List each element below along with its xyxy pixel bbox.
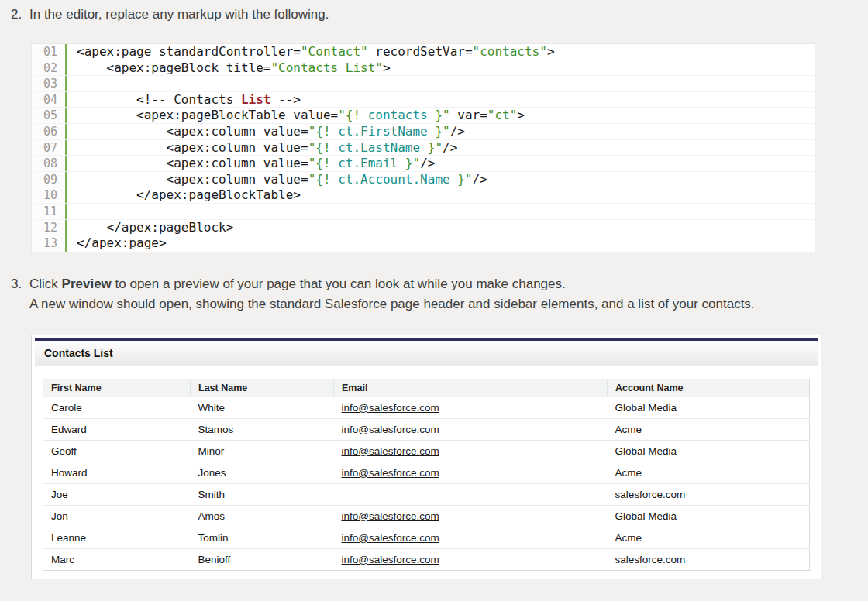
email-link[interactable]: info@salesforce.com [342, 445, 439, 457]
line-number: 11 [32, 204, 67, 219]
account-name-cell: salesforce.com [608, 483, 810, 505]
line-number: 08 [32, 156, 67, 171]
line-number: 04 [32, 92, 67, 108]
contact-row: LeanneTomlininfo@salesforce.comAcme [43, 527, 810, 548]
last-name-cell: Stamos [191, 418, 334, 440]
code-line: 01<apex:page standardController="Contact… [32, 44, 815, 60]
email-link[interactable]: info@salesforce.com [342, 402, 439, 414]
code-line: 02 <apex:pageBlock title="Contacts List"… [32, 60, 815, 77]
contact-row: MarcBenioffinfo@salesforce.comsalesforce… [43, 548, 810, 570]
last-name-cell: Jones [191, 462, 334, 483]
contacts-table-header-row: First Name Last Name Email Account Name [43, 379, 810, 397]
line-number: 09 [32, 172, 67, 187]
first-name-cell: Jon [43, 505, 191, 527]
email-link[interactable]: info@salesforce.com [342, 532, 439, 544]
code-text [67, 76, 84, 91]
step-2: 2. In the editor, replace any markup wit… [0, 6, 868, 23]
contacts-pageblock: Contacts List First Name Last Name Email… [35, 338, 818, 575]
email-cell: info@salesforce.com [334, 397, 608, 418]
line-number: 01 [32, 44, 67, 60]
line-number: 02 [32, 60, 67, 76]
code-line: 13</apex:page> [32, 235, 815, 252]
step-3-body: Click Preview to open a preview of your … [29, 276, 755, 316]
code-line: 07 <apex:column value="{! ct.LastName }"… [32, 140, 815, 156]
contact-row: HowardJonesinfo@salesforce.comAcme [43, 462, 810, 483]
last-name-cell: White [191, 397, 334, 418]
code-line: 04 <!-- Contacts List --> [32, 92, 815, 108]
code-text [67, 204, 84, 219]
line-number: 12 [32, 220, 67, 235]
code-text: </apex:pageBlock> [67, 220, 233, 235]
first-name-cell: Geoff [43, 440, 191, 462]
contact-row: EdwardStamosinfo@salesforce.comAcme [43, 418, 810, 440]
contacts-table: First Name Last Name Email Account Name … [43, 379, 810, 571]
step-3-line1: Click Preview to open a preview of your … [29, 276, 755, 293]
header-account-name: Account Name [608, 379, 810, 397]
first-name-cell: Marc [43, 548, 191, 570]
contact-row: JoeSmithsalesforce.com [43, 483, 810, 505]
code-editor-snippet: 01<apex:page standardController="Contact… [31, 43, 815, 252]
account-name-cell: Global Media [608, 397, 810, 418]
account-name-cell: salesforce.com [608, 548, 810, 570]
first-name-cell: Joe [43, 483, 191, 505]
step-2-number: 2. [11, 6, 29, 23]
account-name-cell: Global Media [608, 505, 810, 527]
contact-row: GeoffMinorinfo@salesforce.comGlobal Medi… [43, 440, 810, 462]
code-text: <apex:column value="{! ct.Account.Name }… [67, 172, 487, 187]
last-name-cell: Tomlin [191, 527, 334, 548]
account-name-cell: Acme [608, 462, 810, 483]
step-3-number: 3. [11, 276, 29, 316]
code-text: <apex:column value="{! ct.Email }"/> [67, 156, 435, 171]
email-cell: info@salesforce.com [334, 527, 608, 548]
account-name-cell: Acme [608, 527, 810, 548]
code-line: 06 <apex:column value="{! ct.FirstName }… [32, 124, 815, 140]
step-3-line1-post: to open a preview of your page that you … [112, 276, 566, 291]
code-text: </apex:pageBlockTable> [67, 187, 301, 203]
preview-screenshot: Contacts List First Name Last Name Email… [31, 335, 822, 579]
contacts-table-body: CaroleWhiteinfo@salesforce.comGlobal Med… [43, 397, 810, 570]
pageblock-body: First Name Last Name Email Account Name … [35, 366, 818, 575]
code-line: 05 <apex:pageBlockTable value="{! contac… [32, 108, 815, 124]
step-2-text: In the editor, replace any markup with t… [29, 6, 329, 23]
header-last-name: Last Name [191, 379, 334, 397]
pageblock-title: Contacts List [35, 341, 818, 366]
line-number: 13 [32, 235, 67, 252]
header-first-name: First Name [43, 379, 191, 397]
step-3-preview-keyword: Preview [62, 276, 112, 291]
code-text: </apex:page> [67, 235, 167, 252]
code-text: <apex:pageBlock title="Contacts List"> [67, 60, 391, 76]
code-text: <!-- Contacts List --> [67, 92, 301, 108]
code-line: 11 [32, 204, 815, 220]
last-name-cell: Minor [191, 440, 334, 462]
code-line: 12 </apex:pageBlock> [32, 220, 815, 236]
code-line: 10 </apex:pageBlockTable> [32, 187, 815, 204]
account-name-cell: Global Media [608, 440, 810, 462]
last-name-cell: Benioff [191, 548, 334, 570]
email-cell: info@salesforce.com [334, 418, 608, 440]
contact-row: JonAmosinfo@salesforce.comGlobal Media [43, 505, 810, 527]
line-number: 06 [32, 124, 67, 139]
code-text: <apex:column value="{! ct.FirstName }"/> [67, 124, 465, 139]
email-link[interactable]: info@salesforce.com [342, 510, 439, 522]
email-link[interactable]: info@salesforce.com [342, 467, 439, 479]
tutorial-page: 2. In the editor, replace any markup wit… [0, 6, 868, 579]
email-cell: info@salesforce.com [334, 462, 608, 483]
line-number: 05 [32, 108, 67, 123]
step-3: 3. Click Preview to open a preview of yo… [0, 276, 868, 316]
email-cell: info@salesforce.com [334, 548, 608, 570]
email-link[interactable]: info@salesforce.com [342, 424, 439, 435]
line-number: 03 [32, 76, 67, 91]
code-text: <apex:page standardController="Contact" … [67, 44, 555, 60]
code-text: <apex:pageBlockTable value="{! contacts … [67, 108, 525, 123]
first-name-cell: Carole [43, 397, 191, 418]
line-number: 10 [32, 187, 67, 203]
step-3-line1-pre: Click [29, 276, 62, 291]
code-line: 03 [32, 76, 815, 92]
code-line: 08 <apex:column value="{! ct.Email }"/> [32, 156, 815, 172]
step-3-line2: A new window should open, showing the st… [29, 296, 755, 313]
code-text: <apex:column value="{! ct.LastName }"/> [67, 140, 457, 156]
first-name-cell: Howard [43, 462, 191, 483]
line-number: 07 [32, 140, 67, 156]
email-link[interactable]: info@salesforce.com [342, 554, 439, 565]
email-cell: info@salesforce.com [334, 440, 608, 462]
